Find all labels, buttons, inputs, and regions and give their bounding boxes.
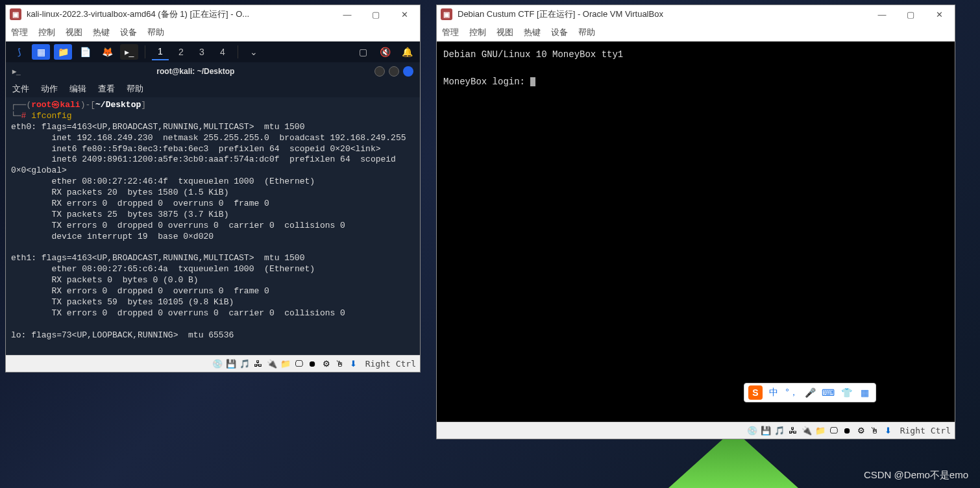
usb-icon[interactable]: 🔌 [266, 358, 278, 370]
vm-window-kali: ▣ kali-linux-2022.3-virtualbox-amd64 (备份… [5, 5, 421, 372]
menu-control[interactable]: 控制 [469, 27, 486, 38]
term-menu-help[interactable]: 帮助 [127, 83, 143, 95]
audio-icon[interactable]: 🎵 [239, 358, 251, 370]
term-menu-view[interactable]: 查看 [98, 83, 115, 95]
virtualbox-icon: ▣ [441, 8, 452, 20]
workspace-4[interactable]: 4 [214, 43, 231, 60]
mouse-icon[interactable]: 🖱 [869, 425, 881, 437]
virtualbox-icon: ▣ [10, 8, 21, 20]
separator [145, 45, 145, 58]
terminal-title: root@kali: ~/Desktop [21, 67, 371, 76]
terminal-minimize-icon[interactable] [374, 66, 385, 77]
ime-language[interactable]: 中 [766, 385, 781, 400]
menu-devices[interactable]: 设备 [120, 27, 137, 38]
prompt-path: ~/Desktop [95, 100, 141, 110]
hdd-icon[interactable]: 💿 [212, 358, 223, 370]
terminal-close-icon[interactable] [403, 66, 413, 77]
vm-statusbar-left: 💿 💾 🎵 🖧 🔌 📁 🖵 ⏺ ⚙ 🖱 ⬇ Right Ctrl [6, 355, 420, 372]
window-title: Debian Custum CTF [正在运行] - Oracle VM Vir… [458, 8, 865, 20]
menu-control[interactable]: 控制 [38, 27, 55, 38]
vm-menubar: 管理 控制 视图 热键 设备 帮助 [437, 23, 955, 42]
usb-icon[interactable]: 🔌 [801, 425, 813, 437]
network-icon[interactable]: 🖧 [252, 358, 264, 370]
cpu-icon[interactable]: ⚙ [321, 358, 332, 370]
menu-devices[interactable]: 设备 [551, 27, 568, 38]
firefox-icon[interactable]: 🦊 [98, 44, 116, 60]
vm-window-debian: ▣ Debian Custum CTF [正在运行] - Oracle VM V… [436, 5, 955, 439]
taskbar-app-icon[interactable]: ▦ [32, 44, 50, 60]
hostkey-arrow-icon[interactable]: ⬇ [348, 358, 360, 370]
optical-icon[interactable]: 💾 [760, 425, 772, 437]
workspace-2[interactable]: 2 [173, 43, 190, 60]
chevron-down-icon[interactable]: ⌄ [245, 44, 263, 60]
menu-help[interactable]: 帮助 [578, 27, 595, 38]
menu-view[interactable]: 视图 [66, 27, 82, 38]
hostkey-arrow-icon[interactable]: ⬇ [883, 425, 894, 437]
term-menu-edit[interactable]: 编辑 [69, 83, 86, 95]
menu-view[interactable]: 视图 [496, 27, 513, 38]
recording-icon[interactable]: ⏺ [842, 425, 853, 437]
display-icon[interactable]: ▢ [354, 44, 372, 60]
term-menu-file[interactable]: 文件 [12, 83, 29, 95]
menu-hotkeys[interactable]: 热键 [93, 27, 110, 38]
ime-voice-icon[interactable]: 🎤 [803, 385, 817, 400]
terminal-maximize-icon[interactable] [389, 66, 399, 77]
titlebar-left[interactable]: ▣ kali-linux-2022.3-virtualbox-amd64 (备份… [6, 5, 420, 23]
terminal-menubar: 文件 动作 编辑 查看 帮助 [6, 80, 420, 97]
close-button[interactable]: ✕ [927, 6, 951, 22]
menu-hotkeys[interactable]: 热键 [524, 27, 541, 38]
cpu-icon[interactable]: ⚙ [855, 425, 867, 437]
maximize-button[interactable]: ▢ [364, 6, 387, 22]
audio-icon[interactable]: 🎵 [774, 425, 785, 437]
recording-icon[interactable]: ⏺ [307, 358, 319, 370]
terminal-shortcut-icon[interactable]: ▸_ [120, 44, 138, 60]
workspace-1[interactable]: 1 [152, 43, 169, 60]
optical-icon[interactable]: 💾 [225, 358, 237, 370]
workspace-3[interactable]: 3 [193, 43, 210, 60]
terminal-app-icon: ▸_ [12, 67, 21, 76]
network-icon[interactable]: 🖧 [787, 425, 799, 437]
ifconfig-output: eth0: flags=4163<UP,BROADCAST,RUNNING,MU… [11, 122, 406, 340]
minimize-button[interactable]: — [870, 6, 894, 22]
command-text: ifconfig [31, 111, 71, 121]
menu-manage[interactable]: 管理 [11, 27, 28, 38]
notifications-icon[interactable]: 🔔 [398, 44, 416, 60]
kali-dragon-icon[interactable]: ⟆ [10, 44, 28, 60]
minimize-button[interactable]: — [336, 6, 359, 22]
term-menu-action[interactable]: 动作 [41, 83, 58, 95]
text-editor-icon[interactable]: 📄 [76, 44, 94, 60]
display-mode-icon[interactable]: 🖵 [828, 425, 840, 437]
guest-screen-debian[interactable]: Debian GNU/Linux 10 MoneyBox tty1 MoneyB… [437, 42, 955, 422]
terminal-titlebar[interactable]: ▸_ root@kali: ~/Desktop [6, 62, 420, 80]
watermark: CSDN @Demo不是emo [864, 469, 968, 482]
shared-folder-icon[interactable]: 📁 [815, 425, 826, 437]
ime-skin-icon[interactable]: 👕 [839, 385, 853, 400]
menu-help[interactable]: 帮助 [147, 27, 164, 38]
ime-punctuation-icon[interactable]: °， [785, 385, 799, 400]
titlebar-right[interactable]: ▣ Debian Custum CTF [正在运行] - Oracle VM V… [437, 5, 955, 23]
prompt-user: root㉿kali [31, 100, 80, 110]
guest-screen-kali[interactable]: ⟆ ▦ 📁 📄 🦊 ▸_ 1 2 3 4 ⌄ ▢ 🔇 🔔 ▸_ root@kal… [6, 42, 420, 355]
hostkey-label: Right Ctrl [365, 359, 416, 369]
mouse-icon[interactable]: 🖱 [334, 358, 346, 370]
login-prompt: MoneyBox login: [443, 77, 530, 87]
shared-folder-icon[interactable]: 📁 [280, 358, 291, 370]
menu-manage[interactable]: 管理 [442, 27, 459, 38]
maximize-button[interactable]: ▢ [899, 6, 922, 22]
ime-toolbox-icon[interactable]: ▦ [857, 385, 872, 400]
ime-toolbar[interactable]: S 中 °， 🎤 ⌨ 👕 ▦ [744, 383, 876, 402]
vm-statusbar-right: 💿 💾 🎵 🖧 🔌 📁 🖵 ⏺ ⚙ 🖱 ⬇ Right Ctrl [437, 422, 955, 439]
files-icon[interactable]: 📁 [54, 44, 72, 60]
ime-keyboard-icon[interactable]: ⌨ [821, 385, 835, 400]
console-banner: Debian GNU/Linux 10 MoneyBox tty1 [443, 49, 623, 60]
window-title: kali-linux-2022.3-virtualbox-amd64 (备份 1… [27, 8, 330, 20]
sogou-logo-icon[interactable]: S [748, 385, 763, 400]
display-mode-icon[interactable]: 🖵 [293, 358, 305, 370]
hostkey-label: Right Ctrl [900, 426, 951, 435]
vm-menubar: 管理 控制 视图 热键 设备 帮助 [6, 23, 420, 42]
separator [238, 45, 238, 58]
volume-mute-icon[interactable]: 🔇 [376, 44, 394, 60]
close-button[interactable]: ✕ [393, 6, 416, 22]
hdd-icon[interactable]: 💿 [746, 425, 758, 437]
terminal-output[interactable]: ┌──(root㉿kali)-[~/Desktop] └─# ifconfig … [6, 97, 420, 355]
